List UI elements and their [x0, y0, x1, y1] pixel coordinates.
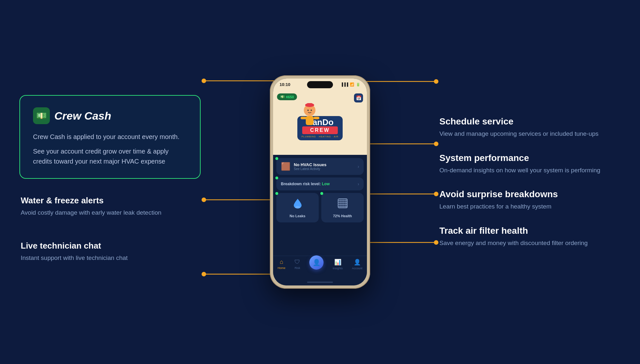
- risk-green-dot: [275, 177, 278, 179]
- svg-point-10: [434, 192, 438, 196]
- nav-home[interactable]: ⌂ Home: [278, 259, 285, 270]
- wifi-icon: 📶: [350, 82, 354, 87]
- crew-cash-desc1: Crew Cash is applied to your account eve…: [33, 132, 187, 142]
- avoid-breakdowns-block: Avoid surprise breakdowns Learn best pra…: [439, 188, 621, 213]
- live-chat-desc: Instant support with live technician cha…: [21, 253, 199, 263]
- green-status-dot: [275, 157, 278, 160]
- system-performance-desc: On-demand insights on how well your syst…: [439, 166, 621, 175]
- center-avatar: 👤: [313, 259, 321, 266]
- system-performance-block: System performance On-demand insights on…: [439, 152, 621, 177]
- svg-point-0: [202, 79, 206, 83]
- risk-icon: 🛡: [294, 259, 300, 265]
- svg-rect-26: [314, 117, 319, 119]
- cash-amount: ¢650: [286, 95, 294, 99]
- live-chat-block: Live technician chat Instant support wit…: [19, 234, 201, 269]
- svg-rect-21: [307, 103, 312, 106]
- status-bar: 10:10 ▐▐▐ 📶 🔋: [273, 79, 367, 90]
- svg-point-8: [434, 142, 438, 146]
- air-filter-desc: Save energy and money with discounted fi…: [439, 239, 621, 248]
- svg-rect-24: [306, 116, 314, 125]
- risk-chevron: ›: [358, 181, 359, 187]
- schedule-service-desc: View and manage upcoming services or inc…: [439, 129, 621, 139]
- risk-label: Breakdown risk level: Low: [281, 182, 330, 186]
- crew-cash-card: 💵 Crew Cash Crew Cash is applied to your…: [19, 95, 201, 179]
- cando-crew-logo: CanDo CREW PLUMBING · HEATING · AIR: [288, 97, 352, 148]
- home-bar: [307, 282, 333, 283]
- dynamic-island: [307, 81, 333, 88]
- sensor-cards: No Leaks: [276, 193, 364, 222]
- svg-rect-25: [301, 117, 306, 119]
- nav-center[interactable]: 👤: [309, 259, 324, 270]
- svg-text:CREW: CREW: [310, 127, 330, 133]
- signal-icon: ▐▐▐: [341, 82, 348, 86]
- calendar-glyph: 📅: [356, 95, 361, 101]
- risk-level: Low: [322, 182, 330, 186]
- right-panel: Schedule service View and manage upcomin…: [439, 115, 621, 249]
- hvac-status-card[interactable]: 🟫 No HVAC Issues See Latest Activity ›: [276, 158, 364, 175]
- hero-banner: 💵 ¢650 📅 CanDo CREW: [273, 90, 367, 155]
- phone-screen: 10:10 ▐▐▐ 📶 🔋 💵 ¢650 📅: [273, 79, 367, 285]
- home-icon: ⌂: [280, 259, 283, 265]
- schedule-service-title: Schedule service: [439, 116, 621, 127]
- svg-point-23: [311, 110, 312, 111]
- bottom-nav: ⌂ Home 🛡 Risk 👤 📊 Insights: [273, 256, 367, 279]
- crew-cash-description: Crew Cash is applied to your account eve…: [33, 132, 187, 166]
- crew-cash-title: Crew Cash: [54, 110, 111, 122]
- hvac-subtitle: See Latest Activity: [294, 167, 354, 171]
- risk-prefix: Breakdown risk level:: [281, 182, 321, 186]
- cash-badge: 💵 ¢650: [277, 93, 297, 100]
- cash-icon: 💵: [280, 95, 285, 99]
- hvac-text-area: No HVAC Issues See Latest Activity: [294, 162, 354, 171]
- account-icon: 👤: [354, 259, 361, 266]
- svg-point-4: [202, 272, 206, 276]
- home-indicator: [273, 279, 367, 285]
- leak-sensor-card[interactable]: No Leaks: [276, 193, 319, 222]
- svg-point-12: [434, 240, 438, 245]
- svg-point-27: [295, 206, 300, 209]
- hvac-title: No HVAC Issues: [294, 162, 354, 167]
- nav-risk[interactable]: 🛡 Risk: [294, 259, 300, 270]
- calendar-icon: 📅: [354, 93, 363, 102]
- crew-cash-header: 💵 Crew Cash: [33, 107, 187, 124]
- filter-green-dot: [320, 192, 323, 195]
- hvac-chevron: ›: [358, 164, 359, 169]
- nav-insights[interactable]: 📊 Insights: [333, 259, 343, 270]
- svg-point-6: [434, 79, 438, 84]
- svg-point-2: [202, 198, 206, 202]
- risk-label-nav: Risk: [294, 266, 300, 270]
- avoid-breakdowns-desc: Learn best practices for a healthy syste…: [439, 202, 621, 211]
- water-alerts-desc: Avoid costly damage with early water lea…: [21, 208, 199, 218]
- nav-account[interactable]: 👤 Account: [352, 259, 362, 270]
- schedule-service-block: Schedule service View and manage upcomin…: [439, 115, 621, 140]
- leak-icon: [292, 198, 303, 211]
- leak-label: No Leaks: [290, 214, 305, 218]
- account-label: Account: [352, 267, 362, 270]
- insights-icon: 📊: [334, 259, 341, 266]
- hvac-unit-icon: 🟫: [281, 162, 291, 171]
- water-alerts-title: Water & freeze alerts: [21, 196, 199, 206]
- battery-icon: 🔋: [356, 82, 360, 87]
- center-nav-button[interactable]: 👤: [309, 255, 324, 270]
- insights-label: Insights: [333, 267, 343, 270]
- status-time: 10:10: [280, 82, 290, 87]
- left-panel: 💵 Crew Cash Crew Cash is applied to your…: [19, 95, 201, 269]
- breakdown-risk-card[interactable]: Breakdown risk level: Low ›: [276, 177, 364, 190]
- crew-cash-desc2: See your account credit grow over time &…: [33, 146, 187, 166]
- leak-green-dot: [275, 192, 278, 195]
- air-filter-block: Track air filter health Save energy and …: [439, 224, 621, 249]
- crew-cash-icon: 💵: [33, 107, 50, 124]
- water-alerts-block: Water & freeze alerts Avoid costly damag…: [19, 189, 201, 224]
- air-filter-title: Track air filter health: [439, 226, 621, 236]
- home-label: Home: [278, 266, 285, 270]
- avoid-breakdowns-title: Avoid surprise breakdowns: [439, 189, 621, 199]
- filter-label: 72% Health: [333, 214, 352, 218]
- live-chat-title: Live technician chat: [21, 241, 199, 251]
- phone-wrapper: 10:10 ▐▐▐ 📶 🔋 💵 ¢650 📅: [270, 75, 370, 289]
- filter-sensor-card[interactable]: 72% Health: [321, 193, 364, 222]
- main-container: 💵 Crew Cash Crew Cash is applied to your…: [0, 0, 640, 364]
- svg-text:PLUMBING · HEATING · AIR: PLUMBING · HEATING · AIR: [302, 135, 338, 138]
- phone-content: 🟫 No HVAC Issues See Latest Activity › B…: [273, 155, 367, 256]
- system-performance-title: System performance: [439, 153, 621, 163]
- filter-icon: [337, 198, 348, 211]
- phone-outer: 10:10 ▐▐▐ 📶 🔋 💵 ¢650 📅: [270, 75, 370, 289]
